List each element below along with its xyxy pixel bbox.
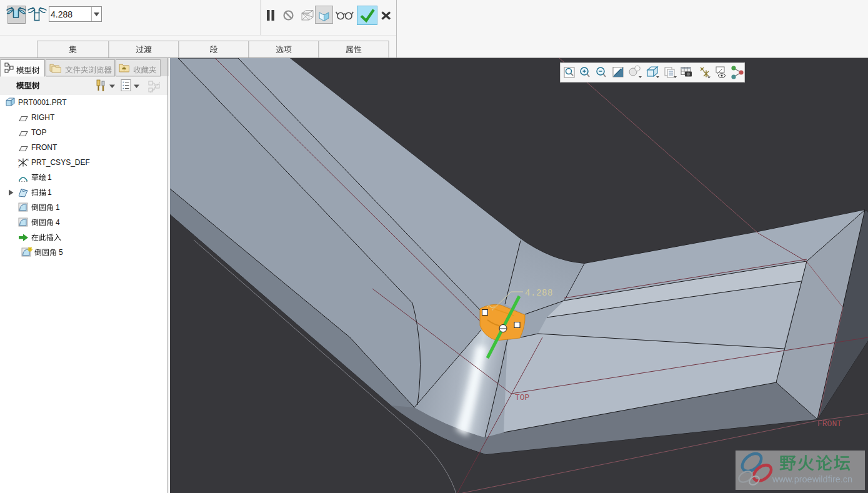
svg-text:4.288: 4.288	[525, 288, 553, 298]
svg-text:4: 4	[56, 218, 60, 227]
svg-text:RIGHT: RIGHT	[31, 113, 55, 122]
svg-text:4.288: 4.288	[51, 9, 72, 19]
svg-text:z: z	[18, 164, 20, 168]
svg-text:PRT_CSYS_DEF: PRT_CSYS_DEF	[31, 158, 90, 167]
svg-text:FRONT: FRONT	[817, 419, 842, 429]
svg-text:1: 1	[56, 203, 60, 212]
svg-text:y: y	[18, 158, 20, 162]
svg-text:TOP: TOP	[515, 393, 530, 402]
svg-text:x: x	[27, 157, 29, 161]
svg-text:www.proewildfire.cn: www.proewildfire.cn	[772, 474, 852, 484]
svg-text:1: 1	[47, 173, 52, 182]
svg-text:5: 5	[59, 248, 63, 257]
svg-text:PRT0001.PRT: PRT0001.PRT	[18, 98, 67, 107]
svg-text:TOP: TOP	[31, 128, 46, 137]
svg-text:FRONT: FRONT	[31, 143, 57, 152]
svg-text:1: 1	[47, 188, 52, 197]
